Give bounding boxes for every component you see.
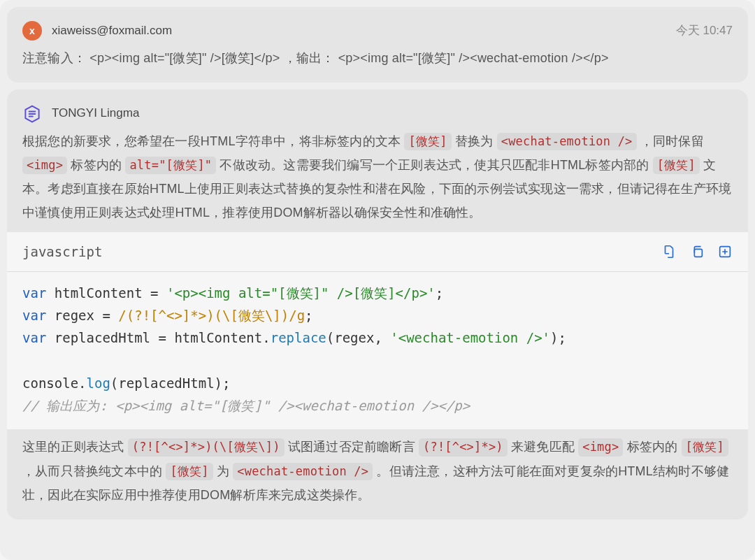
user-text-prefix: 注意输入： xyxy=(22,51,86,65)
code-token: replacedHtml xyxy=(55,330,150,345)
code-token: = xyxy=(94,308,118,323)
code-token: ; xyxy=(305,308,312,323)
inline-code: alt="[微笑]" xyxy=(125,157,216,175)
text: 标签内的 xyxy=(67,158,125,172)
inline-code: <img> xyxy=(578,438,623,457)
inline-code: [微笑] xyxy=(682,438,728,457)
code-token: ); xyxy=(550,330,566,345)
code-token: /(?![^<>]*>)(\[微笑\])/g xyxy=(118,308,305,323)
user-input-code: <p><img alt="[微笑]" />[微笑]</p> xyxy=(89,51,280,65)
code-token: // 输出应为: <p><img alt="[微笑]" /><wechat-em… xyxy=(22,398,470,413)
text: 根据您的新要求，您希望在一段HTML字符串中，将非标签内的文本 xyxy=(22,134,404,148)
inline-code: [微笑] xyxy=(653,157,700,175)
code-token: var xyxy=(22,308,46,323)
code-token: ; xyxy=(436,285,443,301)
code-token: (regex, xyxy=(326,330,391,345)
code-token: log xyxy=(87,375,110,391)
svg-rect-0 xyxy=(694,249,702,257)
code-block-header: javascript xyxy=(7,232,748,272)
copy-code-icon[interactable] xyxy=(689,244,705,259)
message-timestamp: 今天 10:47 xyxy=(676,20,733,42)
text: 不做改动。这需要我们编写一个正则表达式，使其只匹配非HTML标签内部的 xyxy=(216,158,652,172)
text: 替换为 xyxy=(452,134,497,148)
new-file-icon[interactable] xyxy=(717,244,733,259)
code-token: = xyxy=(143,285,166,301)
text: 来避免匹配 xyxy=(508,440,578,454)
code-token: htmlContent xyxy=(174,330,262,345)
code-token: var xyxy=(22,285,46,301)
code-token: = xyxy=(150,330,174,345)
code-token: '<wechat-emotion />' xyxy=(390,330,550,345)
inline-code: <wechat-emotion /> xyxy=(497,133,637,151)
inline-code: (?![^<>]*>) xyxy=(419,438,508,457)
code-actions xyxy=(661,244,733,259)
user-message-body: 注意输入： <p><img alt="[微笑]" />[微笑]</p> ，输出：… xyxy=(22,46,733,70)
user-avatar: x xyxy=(22,21,42,41)
text: 试图通过否定前瞻断言 xyxy=(285,440,419,454)
user-message-card: x xiaweiss@foxmail.com 今天 10:47 注意输入： <p… xyxy=(7,7,748,82)
code-token: '<p><img alt="[微笑]" />[微笑]</p>' xyxy=(166,285,436,301)
code-token: htmlContent xyxy=(55,285,143,301)
user-output-code: <p><img alt="[微笑]" /><wechat-emotion /><… xyxy=(338,51,609,65)
text: ，同时保留 xyxy=(637,134,704,148)
text: 为 xyxy=(213,464,233,478)
code-token: var xyxy=(22,330,46,345)
assistant-message-header: TONGYI Lingma xyxy=(22,102,733,124)
insert-code-icon[interactable] xyxy=(661,244,677,259)
inline-code: [微笑] xyxy=(404,133,451,151)
code-token: . xyxy=(78,375,86,391)
text: ，从而只替换纯文本中的 xyxy=(22,464,166,478)
user-text-mid: ，输出： xyxy=(284,51,335,65)
code-content[interactable]: var htmlContent = '<p><img alt="[微笑]" />… xyxy=(7,272,748,430)
chat-container: x xiaweiss@foxmail.com 今天 10:47 注意输入： <p… xyxy=(0,0,755,560)
code-token: . xyxy=(262,330,270,345)
inline-code: (?![^<>]*>)(\[微笑\]) xyxy=(128,438,285,457)
code-token: replace xyxy=(271,330,326,345)
assistant-message-card: TONGYI Lingma 根据您的新要求，您希望在一段HTML字符串中，将非标… xyxy=(7,89,748,519)
code-token: console xyxy=(22,375,78,391)
code-token: regex xyxy=(55,308,94,323)
user-message-header: x xiaweiss@foxmail.com 今天 10:47 xyxy=(22,20,733,42)
inline-code: [微笑] xyxy=(166,463,213,481)
code-block: javascript var htmlContent = '<p><img al… xyxy=(7,232,748,430)
code-language-label: javascript xyxy=(22,239,102,264)
assistant-paragraph-1: 根据您的新要求，您希望在一段HTML字符串中，将非标签内的文本 [微笑] 替换为… xyxy=(22,129,733,225)
inline-code: <wechat-emotion /> xyxy=(233,463,373,481)
text: 这里的正则表达式 xyxy=(22,440,128,454)
text: 标签内的 xyxy=(623,440,681,454)
assistant-avatar-icon xyxy=(22,104,42,124)
inline-code: <img> xyxy=(22,157,67,175)
code-token: (replacedHtml); xyxy=(110,375,231,391)
assistant-name: TONGYI Lingma xyxy=(52,102,139,124)
assistant-paragraph-2: 这里的正则表达式 (?![^<>]*>)(\[微笑\]) 试图通过否定前瞻断言 … xyxy=(22,435,733,507)
user-email: xiaweiss@foxmail.com xyxy=(52,20,172,42)
